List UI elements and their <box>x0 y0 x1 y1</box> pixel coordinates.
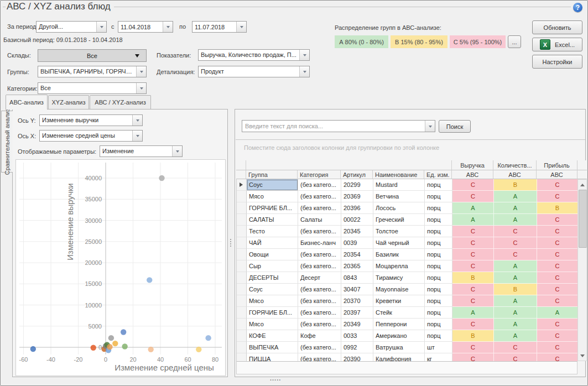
table-cell[interactable]: B <box>494 284 537 295</box>
table-cell[interactable]: 0992 <box>341 342 373 353</box>
table-cell[interactable]: C <box>537 179 578 191</box>
table-cell[interactable]: C <box>452 295 494 307</box>
table-row[interactable]: Сыр(без катего...20365МоцареллапорцCAC <box>237 260 578 272</box>
table-cell[interactable]: A <box>494 330 537 342</box>
table-cell[interactable]: КОФЕ <box>247 330 298 342</box>
super-header-revenue[interactable]: Выручка <box>452 160 493 170</box>
table-cell[interactable]: 20299 <box>341 179 373 191</box>
table-cell[interactable]: C <box>537 237 578 249</box>
table-cell[interactable]: C <box>537 342 578 353</box>
table-cell[interactable]: C <box>452 249 494 260</box>
table-cell[interactable]: C <box>537 330 578 342</box>
table-cell[interactable]: 0039 <box>341 237 373 249</box>
table-cell[interactable]: САЛАТЫ <box>247 214 298 226</box>
table-cell[interactable]: Соус <box>247 284 298 295</box>
detail-select[interactable]: Продукт <box>198 66 310 77</box>
table-cell[interactable]: Чай черный <box>373 237 425 249</box>
groups-select[interactable]: ВЫПЕЧКА, ГАРНИРЫ, ГОРЯЧИЕ Б... <box>38 66 147 77</box>
tab-xyz-analysis[interactable]: XYZ-анализ <box>48 95 89 109</box>
table-cell[interactable]: 20370 <box>341 295 373 307</box>
table-cell[interactable]: A <box>494 307 537 319</box>
table-cell[interactable]: C <box>494 249 537 260</box>
table-cell[interactable]: Базилик <box>373 249 425 260</box>
table-cell[interactable]: ПИЦЦА <box>247 353 298 361</box>
table-cell[interactable]: A <box>452 214 494 226</box>
table-cell[interactable]: порц <box>425 295 452 307</box>
table-cell[interactable]: порц <box>425 179 452 191</box>
table-cell[interactable]: Толстое <box>373 226 425 237</box>
table-cell[interactable]: C <box>452 260 494 272</box>
table-row[interactable]: ГОРЯЧИЕ БЛ...(без катего...20397Стейкпор… <box>237 307 578 319</box>
display-params-select[interactable]: Изменение <box>100 145 183 157</box>
table-cell[interactable]: Mustard <box>373 179 425 191</box>
panel-splitter[interactable] <box>230 239 232 247</box>
table-cell[interactable]: C <box>537 191 578 202</box>
table-cell[interactable]: 20390 <box>341 353 373 361</box>
table-cell[interactable]: порц <box>425 330 452 342</box>
table-cell[interactable]: C <box>537 353 578 361</box>
table-cell[interactable]: Тирамису <box>373 272 425 284</box>
table-cell[interactable]: Mayonnaise <box>373 284 425 295</box>
header-abc-revenue[interactable]: АВС <box>452 170 493 179</box>
table-cell[interactable]: (без катего... <box>298 226 341 237</box>
table-row[interactable]: Мясо(без катего...20349ПепперонипорцCAC <box>237 319 578 330</box>
table-cell[interactable]: Американо <box>373 330 425 342</box>
table-cell[interactable]: Ватрушка <box>373 342 425 353</box>
axis-y-select[interactable]: Изменение выручки <box>39 114 143 126</box>
table-row[interactable]: Мясо(без катего...20370КреветкипорцCAC <box>237 295 578 307</box>
table-cell[interactable]: C <box>452 319 494 330</box>
table-cell[interactable]: Мясо <box>247 191 298 202</box>
header-abc-profit[interactable]: АВС <box>537 170 577 179</box>
table-cell[interactable]: Соус <box>247 179 298 191</box>
settings-button[interactable]: Настройки <box>532 55 582 69</box>
table-cell[interactable]: C <box>537 272 578 284</box>
table-cell[interactable]: 30407 <box>341 284 373 295</box>
tab-abc-analysis[interactable]: АВС-анализ <box>6 95 48 109</box>
table-cell[interactable]: ДЕСЕРТЫ <box>247 272 298 284</box>
table-cell[interactable]: Кофе <box>298 330 341 342</box>
date-to-input[interactable]: 11.07.2018 <box>192 21 247 33</box>
date-from-input[interactable]: 11.04.2018 <box>118 21 173 33</box>
table-row[interactable]: ДЕСЕРТЫДесерт0843ТирамисупорцBAC <box>237 272 578 284</box>
table-cell[interactable]: A <box>494 191 537 202</box>
table-cell[interactable]: C <box>494 342 537 353</box>
table-cell[interactable]: порц <box>425 319 452 330</box>
table-row[interactable]: Тесто(без катего...20345ТолстоепорцCCC <box>237 226 578 237</box>
table-row[interactable]: КОФЕКофе0033АмериканопорцBAC <box>237 330 578 342</box>
table-cell[interactable]: Десерт <box>298 272 341 284</box>
table-cell[interactable]: порц <box>425 191 452 202</box>
search-button[interactable]: Поиск <box>439 120 471 133</box>
chevron-down-icon[interactable] <box>132 115 142 126</box>
table-cell[interactable]: Пепперони <box>373 319 425 330</box>
table-cell[interactable]: кг <box>425 353 452 361</box>
table-cell[interactable]: Моцарелла <box>373 260 425 272</box>
table-cell[interactable]: Салаты <box>298 214 341 226</box>
table-cell[interactable]: 20396 <box>341 202 373 214</box>
indicators-select[interactable]: Выручка, Количество продаж, П... <box>198 49 310 61</box>
table-cell[interactable]: 20345 <box>341 226 373 237</box>
refresh-button[interactable]: Обновить <box>532 20 582 34</box>
table-row[interactable]: Мясо(без катего...20369ВетчинапорцCAC <box>237 191 578 202</box>
table-cell[interactable]: 20354 <box>341 249 373 260</box>
table-cell[interactable]: C <box>537 214 578 226</box>
table-cell[interactable]: A <box>494 202 537 214</box>
table-cell[interactable]: (без катего... <box>298 284 341 295</box>
table-cell[interactable]: (без катего... <box>298 191 341 202</box>
table-cell[interactable]: C <box>494 237 537 249</box>
table-cell[interactable]: 20365 <box>341 260 373 272</box>
header-abc-quantity[interactable]: АВС <box>493 170 537 179</box>
categories-select[interactable]: Все <box>38 82 147 94</box>
chevron-down-icon[interactable] <box>172 146 182 157</box>
table-cell[interactable]: порц <box>425 202 452 214</box>
table-row[interactable]: Овощи(без катего...20354БазиликпорцCCC <box>237 249 578 260</box>
scroll-up-icon[interactable] <box>578 180 586 189</box>
chevron-down-icon[interactable] <box>96 22 106 32</box>
tab-comparative-analysis[interactable]: Сравнительный анализ <box>1 111 13 173</box>
table-cell[interactable]: порц <box>425 272 452 284</box>
tab-abc-xyz-analysis[interactable]: АВС / XYZ-анализ <box>90 95 151 109</box>
table-cell[interactable]: (без катего... <box>298 295 341 307</box>
table-cell[interactable]: (без катего... <box>298 202 341 214</box>
table-cell[interactable]: Калифорния <box>373 353 425 361</box>
table-vertical-scrollbar[interactable] <box>577 179 587 361</box>
search-input[interactable] <box>242 121 425 132</box>
